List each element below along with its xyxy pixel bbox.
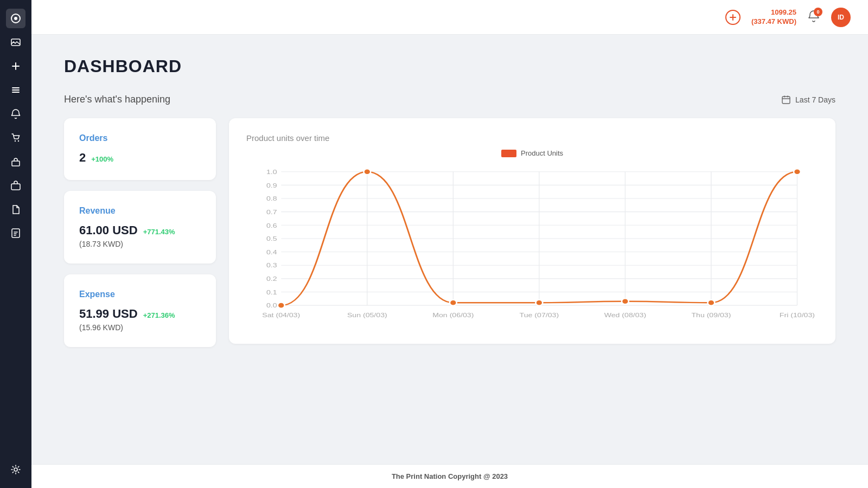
expense-value: 51.99 USD	[79, 307, 138, 321]
date-filter-button[interactable]: Last 7 Days	[781, 95, 835, 105]
revenue-card-title: Revenue	[79, 206, 201, 216]
sidebar-item-report[interactable]	[6, 223, 25, 243]
svg-point-1	[14, 17, 17, 20]
legend-swatch	[501, 150, 516, 157]
chart-title: Product units over time	[246, 133, 818, 143]
svg-text:0.5: 0.5	[266, 235, 277, 242]
svg-point-54	[794, 169, 801, 175]
sidebar-item-file[interactable]	[6, 200, 25, 219]
svg-rect-9	[11, 184, 20, 190]
expense-change: +271.36%	[143, 311, 175, 319]
balance-primary: 1099.25	[751, 8, 796, 17]
page-title: DASHBOARD	[64, 56, 835, 76]
stats-cards: Orders 2 +100% Revenue 61.00 USD +771.43…	[64, 118, 216, 347]
svg-rect-3	[12, 87, 20, 88]
svg-text:0.3: 0.3	[266, 262, 277, 269]
section-subtitle: Here's what's happening	[64, 94, 170, 105]
balance-display: 1099.25 (337.47 KWD)	[751, 8, 796, 27]
svg-rect-4	[12, 89, 20, 91]
expense-card-title: Expense	[79, 290, 201, 299]
svg-point-50	[450, 300, 457, 306]
revenue-card: Revenue 61.00 USD +771.43% (18.73 KWD)	[64, 191, 216, 264]
svg-rect-10	[12, 229, 20, 237]
svg-text:0.2: 0.2	[266, 275, 277, 282]
content-grid: Orders 2 +100% Revenue 61.00 USD +771.43…	[64, 118, 835, 347]
sidebar-item-briefcase[interactable]	[6, 176, 25, 195]
sidebar-item-settings[interactable]	[6, 460, 25, 479]
svg-text:Fri (10/03): Fri (10/03)	[780, 311, 815, 319]
sidebar-item-dashboard[interactable]	[6, 9, 25, 28]
sidebar-item-images[interactable]	[6, 33, 25, 52]
svg-point-49	[363, 169, 371, 175]
calendar-icon	[781, 95, 791, 105]
sidebar-item-menu[interactable]	[6, 80, 25, 100]
svg-text:0.6: 0.6	[266, 222, 277, 229]
notification-badge: 0	[814, 8, 822, 16]
user-avatar[interactable]: ID	[831, 8, 851, 27]
orders-value: 2	[79, 151, 86, 165]
footer: The Print Nation Copyright @ 2023	[31, 464, 868, 488]
expense-card: Expense 51.99 USD +271.36% (15.96 KWD)	[64, 274, 216, 347]
chart-container: 0.00.10.20.30.40.50.60.70.80.91.0 Sat (0…	[246, 166, 818, 329]
orders-card-title: Orders	[79, 133, 201, 143]
revenue-sub: (18.73 KWD)	[79, 240, 201, 248]
revenue-change: +771.43%	[143, 228, 175, 236]
svg-text:0.8: 0.8	[266, 195, 277, 202]
orders-change: +100%	[91, 155, 113, 163]
sidebar-item-cart[interactable]	[6, 128, 25, 147]
main-content: DASHBOARD Here's what's happening Last 7…	[31, 35, 868, 464]
svg-rect-8	[12, 161, 20, 166]
chart-card: Product units over time Product Units 0.…	[229, 118, 835, 344]
date-filter-label: Last 7 Days	[795, 95, 835, 104]
svg-text:0.0: 0.0	[266, 302, 277, 310]
svg-text:1.0: 1.0	[266, 168, 277, 176]
add-button[interactable]	[725, 10, 741, 25]
svg-text:Thu (09/03): Thu (09/03)	[691, 311, 731, 319]
svg-rect-12	[782, 97, 790, 104]
svg-point-51	[535, 300, 542, 306]
svg-text:Sun (05/03): Sun (05/03)	[347, 311, 387, 319]
svg-text:0.4: 0.4	[266, 248, 277, 256]
sidebar-item-notifications[interactable]	[6, 104, 25, 124]
svg-text:Sat (04/03): Sat (04/03)	[262, 311, 300, 319]
expense-sub: (15.96 KWD)	[79, 323, 201, 332]
revenue-value: 61.00 USD	[79, 223, 138, 237]
notification-button[interactable]: 0	[807, 10, 820, 25]
svg-text:0.7: 0.7	[266, 208, 277, 216]
sidebar-item-shop[interactable]	[6, 152, 25, 171]
svg-point-48	[278, 303, 285, 309]
orders-card: Orders 2 +100%	[64, 118, 216, 180]
sidebar	[0, 0, 31, 488]
topbar: 1099.25 (337.47 KWD) 0 ID	[31, 0, 868, 35]
svg-point-52	[622, 298, 629, 304]
balance-secondary: (337.47 KWD)	[751, 17, 796, 27]
svg-text:Mon (06/03): Mon (06/03)	[432, 311, 474, 319]
chart-svg: 0.00.10.20.30.40.50.60.70.80.91.0 Sat (0…	[246, 166, 818, 329]
svg-text:Wed (08/03): Wed (08/03)	[604, 311, 646, 319]
chart-legend: Product Units	[246, 149, 818, 157]
svg-point-7	[18, 140, 19, 142]
svg-text:0.1: 0.1	[266, 288, 277, 296]
sidebar-item-add[interactable]	[6, 56, 25, 76]
footer-text: The Print Nation Copyright @ 2023	[392, 472, 508, 480]
svg-point-11	[14, 468, 17, 471]
section-header: Here's what's happening Last 7 Days	[64, 94, 835, 105]
legend-label: Product Units	[521, 149, 563, 157]
svg-text:0.9: 0.9	[266, 182, 277, 189]
svg-point-6	[15, 140, 16, 142]
svg-point-53	[707, 300, 714, 306]
svg-rect-5	[12, 92, 20, 93]
svg-text:Tue (07/03): Tue (07/03)	[520, 311, 559, 319]
